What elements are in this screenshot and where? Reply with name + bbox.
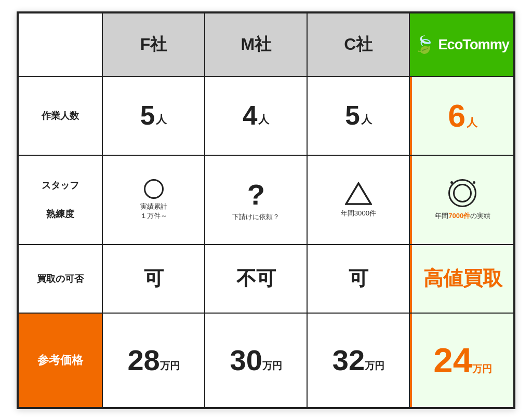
workers-m-unit: 人	[258, 112, 269, 127]
price-label-text: 参考価格	[37, 352, 83, 368]
price-c-unit: 万円	[365, 359, 384, 373]
buyback-f-value: 可	[144, 265, 164, 292]
skill-eco-note: 年間7000件の実績	[435, 211, 490, 221]
row-skill-f: 実績累計１万件～	[103, 156, 204, 244]
row-workers-f: 5 人	[103, 77, 204, 155]
skill-label-line1: スタッフ	[42, 178, 79, 193]
svg-marker-0	[346, 183, 371, 204]
buyback-m-value: 不可	[236, 265, 276, 292]
price-m-num: 30	[230, 343, 262, 377]
comparison-table: F社 M社 C社 🍃 EcoTommy 作業人数 5 人 4 人 5 人 6	[17, 11, 515, 409]
row-skill-m: ? 下請けに依頼？	[205, 156, 307, 244]
price-f-num: 28	[127, 343, 159, 377]
buyback-label-text: 買取の可否	[37, 272, 84, 286]
row-price-m: 30 万円	[205, 314, 307, 407]
row-workers-eco: 6 人	[410, 77, 513, 155]
eco-brand-label: EcoTommy	[438, 36, 509, 53]
header-c-label: C社	[344, 33, 373, 56]
row-price-f: 28 万円	[103, 314, 204, 407]
triangle-icon	[345, 182, 372, 206]
row-price-label: 参考価格	[19, 314, 102, 407]
workers-c-unit: 人	[361, 112, 372, 127]
double-circle-icon	[448, 179, 477, 208]
row-workers-m: 4 人	[205, 77, 307, 155]
row-price-eco: 24 万円	[410, 314, 513, 407]
row-buyback-m: 不可	[205, 245, 307, 313]
skill-f-note: 実績累計１万件～	[140, 202, 167, 221]
row-price-c: 32 万円	[308, 314, 409, 407]
workers-f-unit: 人	[156, 112, 167, 127]
workers-label-text: 作業人数	[42, 109, 79, 123]
price-eco-unit: 万円	[472, 362, 492, 376]
workers-eco-unit: 人	[467, 115, 477, 130]
skill-label-line2: 熟練度	[46, 207, 74, 221]
skill-m-note: 下請けに依頼？	[232, 212, 280, 222]
price-m-unit: 万円	[262, 359, 282, 373]
workers-m-num: 4	[243, 100, 257, 131]
row-buyback-eco: 高値買取	[410, 245, 513, 313]
header-f: F社	[103, 13, 204, 76]
header-c: C社	[308, 13, 409, 76]
price-f-unit: 万円	[160, 359, 180, 373]
row-buyback-label: 買取の可否	[19, 245, 102, 313]
workers-c-num: 5	[345, 100, 360, 131]
row-workers-label: 作業人数	[19, 77, 102, 155]
row-workers-c: 5 人	[308, 77, 409, 155]
price-c-num: 32	[332, 343, 365, 377]
question-icon: ?	[247, 178, 265, 211]
row-buyback-f: 可	[103, 245, 204, 313]
row-buyback-c: 可	[308, 245, 409, 313]
header-eco: 🍃 EcoTommy	[410, 13, 513, 76]
header-empty	[19, 13, 102, 76]
row-skill-eco: 年間7000件の実績	[410, 156, 513, 244]
buyback-eco-value: 高値買取	[423, 265, 502, 292]
header-m: M社	[205, 13, 307, 76]
row-skill-label: スタッフ 熟練度	[19, 156, 102, 244]
price-eco-num: 24	[433, 340, 472, 380]
circle-icon	[144, 179, 164, 199]
buyback-c-value: 可	[349, 265, 368, 292]
workers-f-num: 5	[140, 100, 155, 131]
skill-c-note: 年間3000件	[341, 209, 376, 218]
workers-eco-num: 6	[448, 98, 466, 134]
row-skill-c: 年間3000件	[308, 156, 409, 244]
header-m-label: M社	[241, 33, 271, 56]
eco-leaf-icon: 🍃	[414, 35, 435, 55]
header-f-label: F社	[140, 33, 167, 56]
